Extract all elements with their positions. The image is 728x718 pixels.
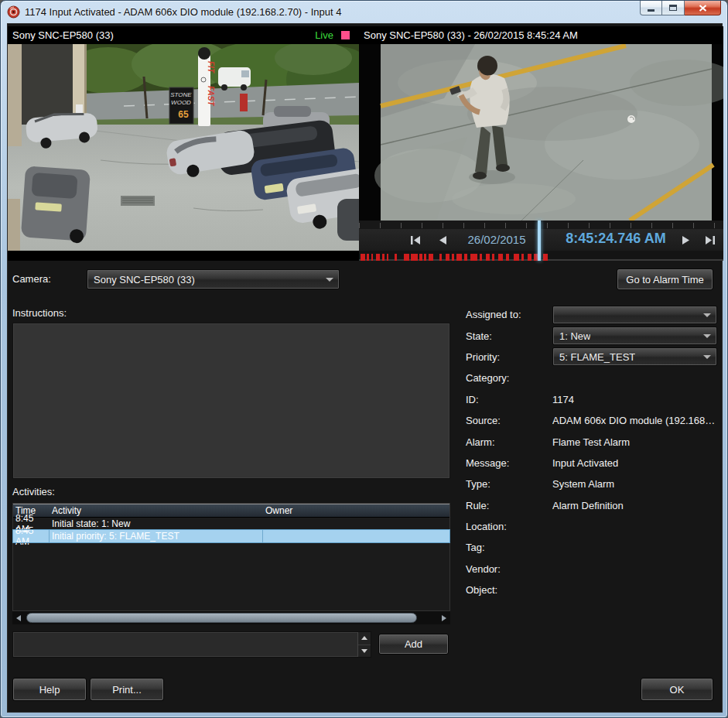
state-dropdown[interactable]: 1: New xyxy=(552,327,717,345)
activities-table: Time Activity Owner 8:45 AM Initial stat… xyxy=(12,503,450,611)
source-value: ADAM 606x DIO module (192.168… xyxy=(552,415,715,426)
timeline-activity-bar[interactable] xyxy=(359,251,723,261)
live-video-header: Sony SNC-EP580 (33) Live xyxy=(8,26,359,44)
previous-image-button[interactable] xyxy=(435,234,449,245)
rule-label: Rule: xyxy=(466,500,552,511)
message-label: Message: xyxy=(466,457,552,469)
source-label: Source: xyxy=(466,415,552,426)
assigned-to-label: Assigned to: xyxy=(466,309,552,320)
comment-spinner xyxy=(357,632,371,657)
spinner-down-button[interactable] xyxy=(358,645,371,658)
close-icon xyxy=(699,5,707,12)
previous-frame-button[interactable] xyxy=(408,234,422,245)
scroll-left-button[interactable] xyxy=(12,612,25,624)
live-video-image[interactable]: STONE WOOD 65 FIT FAST xyxy=(8,44,359,251)
comment-box xyxy=(12,631,371,658)
camera-dropdown[interactable]: Sony SNC-EP580 (33) xyxy=(87,269,340,289)
dialog-content: Sony SNC-EP580 (33) Live xyxy=(7,23,723,713)
comment-input[interactable] xyxy=(13,632,357,657)
activities-header: Time Activity Owner xyxy=(13,504,449,518)
go-to-alarm-time-button[interactable]: Go to Alarm Time xyxy=(617,268,713,290)
playback-video-header: Sony SNC-EP580 (33) - 26/02/2015 8:45:24… xyxy=(359,26,723,44)
recording-indicator xyxy=(341,31,350,39)
video-row: Sony SNC-EP580 (33) Live xyxy=(8,26,723,261)
minimize-button[interactable] xyxy=(640,1,662,15)
next-frame-button[interactable] xyxy=(702,234,716,245)
state-value: 1: New xyxy=(559,330,590,342)
svg-text:65: 65 xyxy=(178,109,189,120)
column-header-owner[interactable]: Owner xyxy=(263,505,449,516)
arrow-up-icon xyxy=(361,636,367,640)
alarm-details-panel: Assigned to: State: 1: New Priority: 5: … xyxy=(466,304,723,600)
chevron-down-icon xyxy=(703,355,711,359)
spinner-up-button[interactable] xyxy=(358,632,371,645)
previous-icon xyxy=(437,235,447,245)
timeline-cursor[interactable] xyxy=(538,221,541,261)
id-value: 1174 xyxy=(552,394,574,405)
timeline-ruler[interactable] xyxy=(359,221,723,229)
location-label: Location: xyxy=(466,521,552,532)
chevron-down-icon xyxy=(703,313,711,317)
chevron-down-icon xyxy=(326,278,333,282)
priority-value: 5: FLAME_TEST xyxy=(559,351,635,363)
timeline-date[interactable]: 26/02/2015 xyxy=(458,233,535,246)
help-button[interactable]: Help xyxy=(12,678,87,701)
previous-frame-icon xyxy=(410,235,422,245)
tag-label: Tag: xyxy=(466,542,552,553)
maximize-button[interactable] xyxy=(662,1,685,15)
instructions-label: Instructions: xyxy=(12,307,67,319)
playback-video-image[interactable] xyxy=(359,44,723,221)
activity-row-selected[interactable]: 8:45 AM Initial priority: 5: FLAME_TEST xyxy=(13,530,449,542)
scrollbar-track[interactable] xyxy=(25,613,438,623)
scroll-right-icon xyxy=(442,615,446,621)
timeline-navigation: 26/02/2015 8:45:24.746 AM xyxy=(359,229,723,251)
alarm-value: Flame Test Alarm xyxy=(552,436,630,448)
ok-button[interactable]: OK xyxy=(641,678,713,701)
activities-label: Activities: xyxy=(12,486,55,497)
add-button[interactable]: Add xyxy=(378,634,449,655)
id-label: ID: xyxy=(466,394,552,405)
arrow-down-icon xyxy=(361,649,367,653)
live-badge: Live xyxy=(315,29,333,41)
object-label: Object: xyxy=(466,584,552,596)
next-icon xyxy=(682,235,692,245)
type-label: Type: xyxy=(466,478,552,490)
svg-text:FIT: FIT xyxy=(207,61,215,74)
type-value: System Alarm xyxy=(552,478,614,490)
activity-time: 8:45 AM xyxy=(13,530,50,542)
minimize-icon xyxy=(648,9,655,12)
next-image-button[interactable] xyxy=(679,234,693,245)
svg-text:WOOD: WOOD xyxy=(171,99,191,106)
scrollbar-thumb[interactable] xyxy=(26,613,417,623)
activity-row[interactable]: 8:45 AM Initial state: 1: New xyxy=(13,518,449,530)
live-video-pane: Sony SNC-EP580 (33) Live xyxy=(8,26,359,261)
camera-label: Camera: xyxy=(12,273,51,285)
instructions-textarea[interactable] xyxy=(12,323,450,479)
titlebar[interactable]: 1174 Input Activated - ADAM 606x DIO mod… xyxy=(1,1,727,23)
print-button[interactable]: Print... xyxy=(90,678,164,701)
chevron-down-icon xyxy=(703,334,711,338)
column-header-activity[interactable]: Activity xyxy=(50,505,263,516)
scroll-right-button[interactable] xyxy=(438,612,450,624)
priority-dropdown[interactable]: 5: FLAME_TEST xyxy=(552,347,717,366)
activity-text: Initial state: 1: New xyxy=(50,518,263,529)
scroll-left-icon xyxy=(16,615,21,621)
playback-video-pane: Sony SNC-EP580 (33) - 26/02/2015 8:45:24… xyxy=(359,26,723,261)
alarm-bell-icon xyxy=(7,5,20,19)
assigned-to-dropdown[interactable] xyxy=(552,306,717,324)
rule-value: Alarm Definition xyxy=(552,500,624,511)
vendor-label: Vendor: xyxy=(466,563,552,575)
live-video-title: Sony SNC-EP580 (33) xyxy=(12,29,114,41)
camera-dropdown-value: Sony SNC-EP580 (33) xyxy=(94,274,195,285)
message-value: Input Activated xyxy=(552,457,618,469)
category-label: Category: xyxy=(466,372,552,384)
close-button[interactable] xyxy=(685,1,721,15)
maximize-icon xyxy=(669,5,677,11)
playback-video-title: Sony SNC-EP580 (33) - 26/02/2015 8:45:24… xyxy=(364,29,578,41)
alarm-label: Alarm: xyxy=(466,436,552,448)
recording-marks xyxy=(359,253,723,262)
timeline-time[interactable]: 8:45:24.746 AM xyxy=(554,231,678,247)
alarm-window: 1174 Input Activated - ADAM 606x DIO mod… xyxy=(0,0,728,718)
priority-label: Priority: xyxy=(466,351,552,363)
window-title: 1174 Input Activated - ADAM 606x DIO mod… xyxy=(25,6,342,18)
